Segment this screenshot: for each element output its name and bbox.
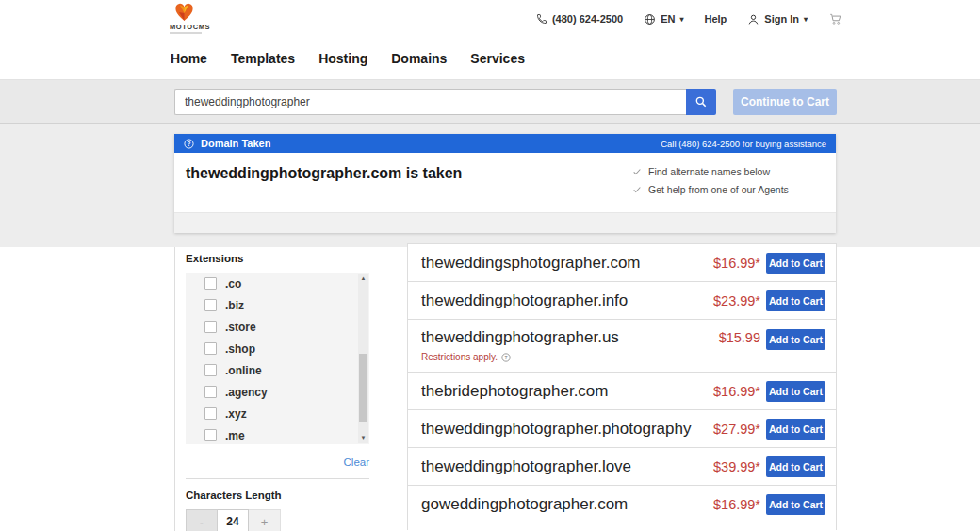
nav-item-home[interactable]: Home bbox=[171, 51, 207, 66]
add-to-cart-button[interactable]: Add to Cart bbox=[766, 290, 825, 311]
banner-title: Domain Taken bbox=[201, 138, 270, 149]
add-to-cart-button[interactable]: Add to Cart bbox=[766, 456, 825, 477]
help-label: Help bbox=[704, 13, 727, 25]
extension-option-agency[interactable]: .agency bbox=[186, 381, 369, 403]
topbar-actions: (480) 624-2500 EN ▾ Help Sign In ▾ bbox=[536, 0, 842, 38]
restrictions-text: Restrictions apply. bbox=[421, 352, 498, 362]
extension-label: .me bbox=[225, 429, 245, 442]
domain-row: thebridephotographer.com$16.99*Add to Ca… bbox=[408, 373, 836, 410]
extensions-scrollbar[interactable]: ▲ ▼ bbox=[358, 274, 368, 443]
sign-in-menu[interactable]: Sign In ▾ bbox=[747, 13, 808, 25]
nav-item-hosting[interactable]: Hosting bbox=[318, 51, 368, 66]
search-button[interactable] bbox=[686, 89, 716, 115]
chevron-down-icon: ▾ bbox=[679, 15, 683, 24]
checklist-item: Find alternate names below bbox=[632, 166, 789, 177]
continue-to-cart-button[interactable]: Continue to Cart bbox=[733, 89, 837, 115]
extension-checkbox[interactable] bbox=[204, 342, 217, 355]
domain-row: goweddingphotographer.com$16.99*Add to C… bbox=[408, 486, 836, 523]
domain-price: $16.99* bbox=[713, 497, 760, 512]
svg-text:?: ? bbox=[504, 355, 508, 360]
domain-name: theweddingphotographer.love bbox=[421, 457, 631, 476]
logo[interactable]: MOTOCMS bbox=[170, 3, 226, 34]
extension-checkbox[interactable] bbox=[204, 429, 217, 441]
domain-taken-banner: ? Domain Taken Call (480) 624-2500 for b… bbox=[174, 134, 836, 153]
nav-item-domains[interactable]: Domains bbox=[391, 51, 447, 66]
extension-label: .store bbox=[225, 321, 256, 334]
extension-checkbox[interactable] bbox=[204, 386, 217, 398]
extension-option-xyz[interactable]: .xyz bbox=[186, 403, 369, 424]
extension-option-online[interactable]: .online bbox=[186, 359, 369, 381]
svg-text:?: ? bbox=[188, 140, 191, 146]
phone-number: (480) 624-2500 bbox=[552, 13, 623, 25]
domain-price: $16.99* bbox=[713, 256, 760, 271]
extension-label: .co bbox=[225, 277, 241, 290]
scroll-down-icon[interactable]: ▼ bbox=[358, 433, 368, 443]
length-increment-button[interactable]: + bbox=[249, 509, 281, 531]
restrictions-note: Restrictions apply.? bbox=[421, 352, 511, 362]
banner-assist-text: Call (480) 624-2500 for buying assistanc… bbox=[661, 139, 826, 149]
language-selector[interactable]: EN ▾ bbox=[644, 13, 683, 25]
extension-option-me[interactable]: .me bbox=[186, 424, 369, 444]
domain-price: $27.99* bbox=[713, 422, 760, 437]
checklist-text: Find alternate names below bbox=[648, 166, 770, 177]
scrollbar-thumb[interactable] bbox=[359, 354, 368, 422]
add-to-cart-button[interactable]: Add to Cart bbox=[766, 329, 825, 350]
domain-search-bar: Continue to Cart bbox=[0, 80, 980, 124]
add-to-cart-button[interactable]: Add to Cart bbox=[766, 419, 825, 440]
top-bar: MOTOCMS (480) 624-2500 EN ▾ Help Sign In… bbox=[0, 0, 980, 38]
extension-checkbox[interactable] bbox=[204, 407, 217, 420]
extension-checkbox[interactable] bbox=[204, 364, 217, 376]
characters-length-label: Characters Length bbox=[186, 490, 370, 501]
filters-sidebar: Extensions .co.biz.store.shop.online.age… bbox=[174, 247, 370, 531]
domain-row: theweddingsphotographer.com$16.99*Add to… bbox=[408, 244, 836, 282]
nav-item-services[interactable]: Services bbox=[470, 51, 525, 66]
check-icon bbox=[632, 167, 642, 176]
add-to-cart-button[interactable]: Add to Cart bbox=[766, 253, 825, 274]
extension-checkbox[interactable] bbox=[204, 299, 217, 311]
search-icon bbox=[694, 95, 708, 108]
page: MOTOCMS (480) 624-2500 EN ▾ Help Sign In… bbox=[0, 0, 980, 531]
chevron-down-icon: ▾ bbox=[804, 15, 808, 24]
hero-section: ? Domain Taken Call (480) 624-2500 for b… bbox=[0, 124, 980, 247]
logo-tagline bbox=[170, 32, 202, 34]
add-to-cart-button[interactable]: Add to Cart bbox=[766, 381, 825, 402]
cart-button[interactable] bbox=[828, 12, 842, 25]
domain-taken-heading: theweddingphotographer.com is taken bbox=[186, 165, 462, 182]
domain-name: theweddingsphotographer.com bbox=[421, 254, 641, 273]
domain-search-input[interactable] bbox=[174, 89, 686, 115]
card-footer-strip bbox=[174, 212, 836, 233]
domain-name: thebridephotographer.com bbox=[421, 382, 608, 401]
extensions-label: Extensions bbox=[186, 247, 370, 264]
checklist-text: Get help from one of our Agents bbox=[648, 184, 789, 195]
add-to-cart-button[interactable]: Add to Cart bbox=[766, 494, 825, 515]
help-link[interactable]: Help bbox=[704, 13, 727, 25]
extension-label: .xyz bbox=[225, 407, 247, 421]
domain-row: theweddingphotographer.info$23.99*Add to… bbox=[408, 282, 836, 320]
extension-option-store[interactable]: .store bbox=[186, 316, 369, 338]
suggestion-checklist: Find alternate names belowGet help from … bbox=[632, 166, 789, 202]
extensions-listbox: .co.biz.store.shop.online.agency.xyz.me … bbox=[186, 273, 369, 444]
length-decrement-button[interactable]: - bbox=[186, 509, 218, 531]
phone-icon bbox=[536, 13, 547, 25]
main-content: Extensions .co.biz.store.shop.online.age… bbox=[0, 247, 980, 531]
extension-label: .biz bbox=[225, 299, 244, 312]
extension-label: .shop bbox=[225, 342, 255, 356]
scroll-up-icon[interactable]: ▲ bbox=[358, 274, 368, 284]
extension-option-co[interactable]: .co bbox=[186, 273, 369, 294]
question-circle-icon[interactable]: ? bbox=[501, 353, 511, 362]
extension-checkbox[interactable] bbox=[204, 277, 217, 290]
extension-option-biz[interactable]: .biz bbox=[186, 294, 369, 316]
nav-item-templates[interactable]: Templates bbox=[231, 51, 295, 66]
domain-price: $39.99* bbox=[713, 459, 760, 474]
domain-row-partial bbox=[408, 523, 836, 530]
checklist-item: Get help from one of our Agents bbox=[632, 184, 789, 195]
cart-icon bbox=[828, 12, 842, 25]
clear-filters-link[interactable]: Clear bbox=[344, 456, 369, 468]
extension-checkbox[interactable] bbox=[204, 321, 217, 333]
domain-results-list: theweddingsphotographer.com$16.99*Add to… bbox=[407, 243, 837, 530]
extension-label: .online bbox=[225, 364, 262, 377]
question-circle-icon: ? bbox=[184, 139, 194, 149]
motocms-heart-icon bbox=[173, 3, 195, 22]
phone-link[interactable]: (480) 624-2500 bbox=[536, 13, 623, 25]
extension-option-shop[interactable]: .shop bbox=[186, 338, 369, 359]
